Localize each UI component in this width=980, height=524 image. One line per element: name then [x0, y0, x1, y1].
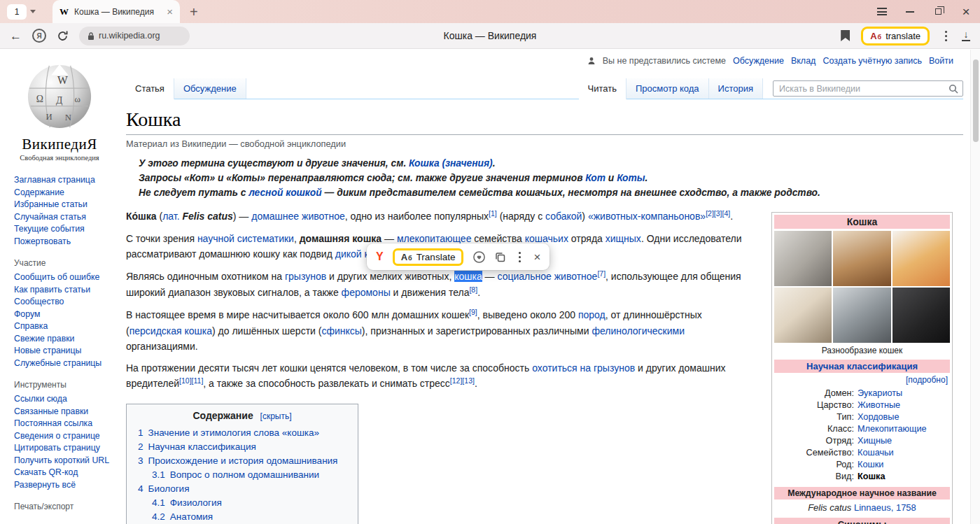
sidebar-link[interactable]: Получить короткий URL	[14, 455, 109, 467]
reaction-button[interactable]	[472, 250, 486, 264]
view-tab[interactable]: История	[709, 78, 763, 99]
taxonomy-value[interactable]: Хордовые	[858, 411, 899, 423]
sidebar-link[interactable]: Содержание	[14, 187, 109, 199]
wikipedia-globe-logo[interactable]: W Ω Д ω И N	[25, 61, 94, 132]
cat-photo-grey-tabby-lying[interactable]	[774, 231, 832, 286]
address-bar[interactable]: ru.wikipedia.org	[79, 27, 190, 45]
search-icon[interactable]	[948, 84, 958, 96]
back-button[interactable]: ←	[10, 30, 22, 42]
wiki-link[interactable]: Кот	[585, 173, 606, 183]
sidebar-link[interactable]: Текущие события	[14, 223, 109, 236]
wiki-link[interactable]: пород	[578, 309, 606, 320]
ref-link[interactable]: [1]	[489, 209, 497, 218]
wikipedia-wordmark[interactable]: ВикипедиЯ	[0, 136, 119, 153]
sidebar-link[interactable]: Как править статьи	[14, 284, 109, 297]
personal-link[interactable]: Обсуждение	[733, 56, 784, 66]
wiki-link[interactable]: персидская кошка	[130, 325, 212, 337]
wiki-link[interactable]: млекопитающее	[397, 233, 472, 244]
cat-photo-orange-white[interactable]	[892, 231, 950, 286]
yandex-home-button[interactable]: Я	[32, 29, 46, 43]
translate-button[interactable]: Aб translate	[861, 27, 930, 45]
toc-hide-link[interactable]: [скрыть]	[260, 411, 292, 421]
sidebar-link[interactable]: Связанные правки	[14, 406, 109, 418]
wiki-link[interactable]: Кошка (значения)	[409, 158, 493, 169]
toolbar-more-button[interactable]	[941, 29, 951, 43]
ref-link[interactable]: [7]	[597, 269, 606, 278]
taxonomy-value[interactable]: Кошачьи	[858, 447, 894, 459]
sidebar-link[interactable]: Постоянная ссылка	[14, 418, 109, 430]
toc-item[interactable]: 4.1Физиология	[152, 496, 346, 510]
cat-photo-black[interactable]	[892, 288, 950, 343]
taxonomy-value[interactable]: Животные	[858, 399, 900, 411]
classification-header[interactable]: Научная классификация	[774, 360, 950, 373]
personal-link[interactable]: Войти	[929, 56, 953, 66]
ref-link[interactable]: [12][13]	[450, 376, 475, 385]
details-link[interactable]: [подробно]	[774, 373, 950, 386]
popup-more-button[interactable]	[514, 250, 524, 264]
cat-photo-brown-sitting[interactable]	[833, 231, 890, 286]
bookmark-icon[interactable]	[841, 30, 850, 41]
namespace-tab[interactable]: Статья	[126, 78, 174, 99]
toc-item[interactable]: 4.2Анатомия	[152, 510, 346, 524]
sidebar-link[interactable]: Случайная статья	[14, 211, 109, 224]
wiki-link[interactable]: сфинксы	[321, 325, 361, 337]
search-input[interactable]	[773, 80, 963, 97]
taxonomy-value[interactable]: Хищные	[858, 435, 892, 447]
sidebar-link[interactable]: Заглавная страница	[14, 174, 109, 187]
personal-link[interactable]: Вклад	[791, 56, 816, 66]
refresh-button[interactable]	[57, 30, 69, 42]
wiki-link[interactable]: кошачьих	[525, 233, 568, 244]
wiki-link[interactable]: феромоны	[342, 287, 391, 298]
popup-translate-button[interactable]: Aб Translate	[393, 248, 464, 266]
sidebar-link[interactable]: Свежие правки	[14, 333, 109, 346]
wiki-link[interactable]: Коты	[617, 173, 645, 183]
wiki-link[interactable]: хищных	[606, 233, 641, 244]
ref-link[interactable]: [10][11]	[179, 376, 203, 385]
sidebar-link[interactable]: Скачать QR-код	[14, 467, 109, 479]
personal-link[interactable]: Создать учётную запись	[822, 56, 922, 66]
toc-item[interactable]: 4Биология	[138, 482, 346, 496]
tab-counter-button[interactable]: 1	[7, 4, 36, 20]
wiki-link[interactable]: социальное животное	[498, 271, 598, 282]
window-close-button[interactable]: ×	[952, 0, 980, 23]
sidebar-link[interactable]: Цитировать страницу	[14, 442, 109, 455]
sidebar-link[interactable]: Справка	[14, 320, 109, 333]
ref-link[interactable]: [9]	[469, 308, 477, 316]
ref-link[interactable]: [2][3][4]	[706, 209, 730, 218]
toc-item[interactable]: 2Научная классификация	[138, 440, 346, 454]
sidebar-link[interactable]: Сообщество	[14, 296, 109, 309]
restore-button[interactable]	[924, 0, 952, 23]
toc-item[interactable]: 1Значение и этимология слова «кошка»	[138, 426, 346, 440]
scrollbar-thumb[interactable]	[973, 59, 979, 142]
browser-tab[interactable]: W Кошка — Википедия ×	[52, 0, 180, 23]
wiki-link[interactable]: «животных-компаньонов»	[588, 211, 706, 222]
namespace-tab[interactable]: Обсуждение	[174, 78, 246, 99]
wiki-link[interactable]: научной систематики	[197, 233, 294, 244]
wiki-link[interactable]: собакой	[545, 211, 582, 222]
download-button[interactable]: ↓	[962, 31, 970, 41]
taxonomy-value[interactable]: Эукариоты	[858, 388, 902, 399]
tab-close-icon[interactable]: ×	[167, 6, 173, 17]
wiki-link[interactable]: охотиться на грызунов	[532, 362, 635, 374]
yandex-logo[interactable]: Y	[376, 250, 384, 263]
copy-button[interactable]	[495, 252, 505, 262]
sidebar-link[interactable]: Новые страницы	[14, 345, 109, 357]
minimize-button[interactable]	[896, 0, 924, 23]
chevron-down-icon[interactable]	[30, 10, 36, 13]
sidebar-link[interactable]: Сведения о странице	[14, 430, 109, 443]
sidebar-link[interactable]: Развернуть всё	[14, 479, 109, 492]
wiki-link[interactable]: грызунов	[285, 271, 326, 282]
wiki-link[interactable]: лат.	[162, 211, 179, 222]
wiki-link[interactable]: фелинологическими	[592, 325, 685, 337]
toc-item[interactable]: 3Происхождение и история одомашнивания	[138, 454, 346, 468]
cat-photo-siamese[interactable]	[774, 288, 832, 343]
sidebar-link[interactable]: Избранные статьи	[14, 199, 109, 211]
taxonomy-value[interactable]: Млекопитающие	[858, 423, 927, 435]
view-tab[interactable]: Читать	[579, 78, 626, 99]
ref-link[interactable]: [8]	[469, 285, 477, 294]
page-scrollbar[interactable]	[970, 50, 980, 524]
new-tab-button[interactable]: +	[190, 5, 198, 19]
sidebar-link[interactable]: Ссылки сюда	[14, 393, 109, 406]
browser-menu-button[interactable]	[868, 0, 896, 23]
toc-item[interactable]: 3.1Вопрос о полном одомашнивании	[152, 468, 346, 482]
